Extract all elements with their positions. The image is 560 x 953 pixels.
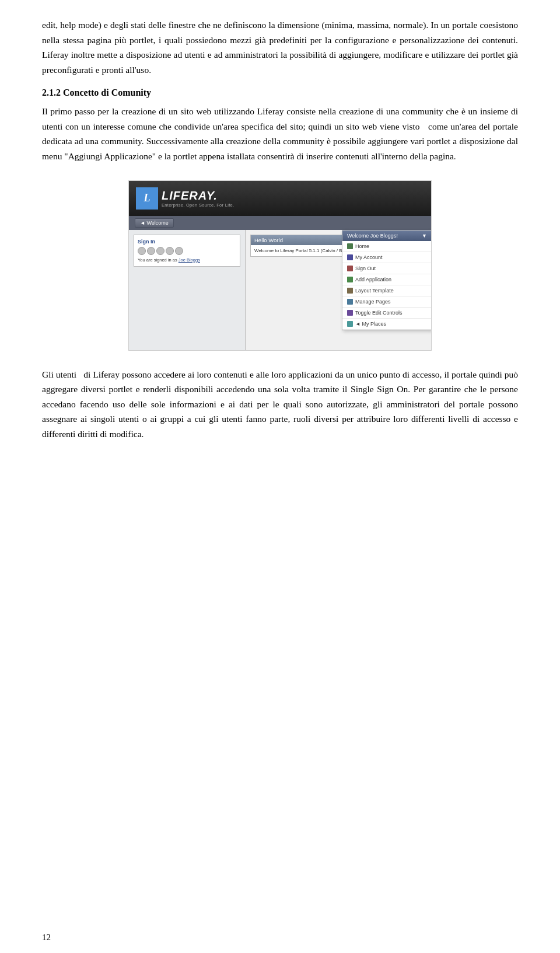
signin-box: Sign In You are signed in as Joe Bloggs [134, 235, 240, 267]
dropdown-item-add-application[interactable]: Add Application [342, 274, 432, 285]
paragraph-1: edit, help mode) e degli stati delle fin… [42, 18, 518, 77]
signed-in-user-link[interactable]: Joe Bloggs [178, 257, 200, 263]
sign-out-icon [347, 266, 353, 271]
dropdown-item-my-account[interactable]: My Account [342, 252, 432, 263]
signin-icon-4 [166, 247, 174, 255]
signin-icon-2 [147, 247, 155, 255]
dropdown-item-layout-template[interactable]: Layout Template [342, 285, 432, 296]
dropdown-layout-template-label: Layout Template [355, 288, 394, 294]
dropdown-header-text: Welcome Joe Bloggs! [347, 233, 398, 239]
dropdown-item-my-places[interactable]: ◄ My Places [342, 319, 432, 330]
paragraph-2: Il primo passo per la creazione di un si… [42, 104, 518, 163]
welcome-dropdown: Welcome Joe Bloggs! ▼ Home My Account [342, 230, 432, 330]
signin-icons-row [138, 247, 236, 255]
liferay-body: Sign In You are signed in as Joe Bloggs [129, 230, 432, 350]
dropdown-home-label: Home [355, 243, 369, 249]
para1-text: edit, help mode) e degli stati delle fin… [42, 20, 518, 75]
liferay-logo-box: L LIFERAY. Enterprise. Open Source. For … [136, 187, 234, 210]
dropdown-manage-pages-label: Manage Pages [355, 299, 391, 305]
dropdown-sign-out-label: Sign Out [355, 266, 376, 271]
para3-text: Gli utenti di Liferay possono accedere a… [42, 369, 518, 439]
layout-template-icon [347, 288, 353, 294]
dropdown-item-sign-out[interactable]: Sign Out [342, 263, 432, 274]
liferay-logo-text: LIFERAY. Enterprise. Open Source. For Li… [162, 189, 234, 208]
signin-title: Sign In [138, 239, 236, 245]
liferay-screenshot: L LIFERAY. Enterprise. Open Source. For … [129, 181, 432, 350]
home-icon [347, 243, 353, 249]
para2-text: Il primo passo per la creazione di un si… [42, 106, 518, 161]
signin-icon-3 [156, 247, 164, 255]
dropdown-item-toggle-edit[interactable]: Toggle Edit Controls [342, 308, 432, 319]
dropdown-my-account-label: My Account [355, 254, 383, 260]
liferay-logo-subtitle: Enterprise. Open Source. For Life. [162, 203, 234, 208]
signin-icon-1 [138, 247, 146, 255]
dropdown-add-application-label: Add Application [355, 277, 391, 282]
my-account-icon [347, 254, 353, 260]
paragraph-3: Gli utenti di Liferay possono accedere a… [42, 367, 518, 442]
liferay-logo-name: LIFERAY. [162, 189, 234, 203]
add-application-icon [347, 277, 353, 282]
signin-icon-5 [175, 247, 183, 255]
page-container: edit, help mode) e degli stati delle fin… [0, 0, 560, 953]
liferay-right-panel: Hello World Welcome to Liferay Portal 5.… [246, 230, 432, 350]
dropdown-arrow-icon: ▼ [422, 233, 427, 239]
nav-welcome-button[interactable]: ◄ Welcome [135, 218, 174, 228]
my-places-icon [347, 321, 353, 327]
dropdown-item-manage-pages[interactable]: Manage Pages [342, 296, 432, 308]
liferay-nav: ◄ Welcome [129, 216, 432, 230]
liferay-logo-icon: L [136, 187, 158, 210]
manage-pages-icon [347, 299, 353, 305]
page-number: 12 [42, 933, 51, 942]
dropdown-header: Welcome Joe Bloggs! ▼ [342, 231, 432, 241]
dropdown-item-home[interactable]: Home [342, 241, 432, 252]
dropdown-toggle-edit-label: Toggle Edit Controls [355, 310, 402, 316]
dropdown-my-places-label: ◄ My Places [355, 321, 386, 327]
signed-in-text: You are signed in as Joe Bloggs [138, 257, 236, 263]
screenshot-container: L LIFERAY. Enterprise. Open Source. For … [128, 180, 432, 351]
liferay-header: L LIFERAY. Enterprise. Open Source. For … [129, 181, 432, 216]
toggle-edit-icon [347, 310, 353, 316]
liferay-logo-area: L LIFERAY. Enterprise. Open Source. For … [136, 187, 234, 210]
liferay-left-panel: Sign In You are signed in as Joe Bloggs [129, 230, 246, 350]
section-heading-2-1-2: 2.1.2 Concetto di Comunity [42, 88, 518, 98]
